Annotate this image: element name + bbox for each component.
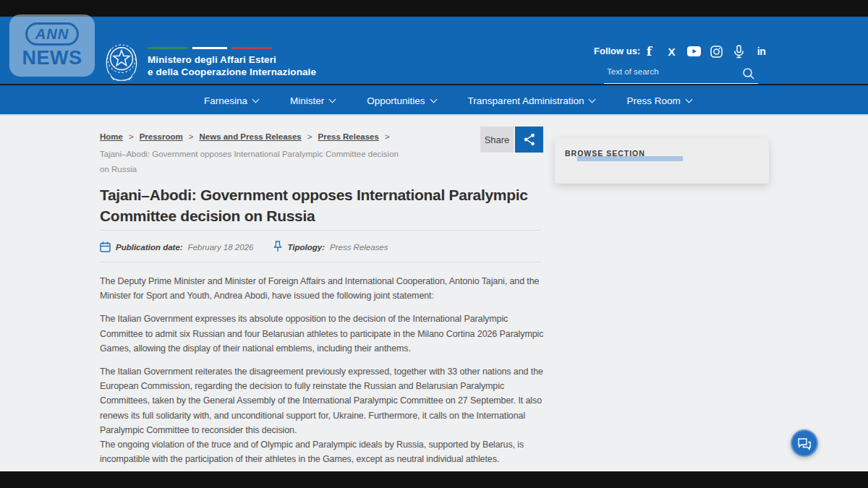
share-button[interactable]: Share [480, 127, 514, 153]
breadcrumb-link-pressroom[interactable]: Pressroom [140, 132, 183, 141]
italian-flag-line [148, 47, 272, 49]
search-box [604, 64, 758, 85]
browse-section-highlight-bar[interactable] [577, 156, 683, 161]
nav-item-label: Minister [290, 95, 324, 106]
calendar-icon [100, 241, 111, 254]
italy-emblem-logo[interactable] [102, 38, 141, 88]
breadcrumb-link-press-releases[interactable]: Press Releases [318, 132, 378, 141]
main-navigation-items: Farnesina Minister Opportunities Transpa… [204, 85, 692, 116]
article-paragraph: The Deputy Prime Minister and Minister o… [100, 274, 550, 303]
publication-date-label: Publication date: [116, 243, 183, 252]
ann-logo-text: ANN [25, 22, 79, 46]
letterbox-bar-top [0, 0, 868, 17]
site-header: Ministero degli Affari Esteri e della Co… [0, 17, 868, 84]
follow-us-label: Follow us: [594, 46, 640, 56]
pushpin-icon [273, 241, 282, 254]
ministry-name-line1: Ministero degli Affari Esteri [148, 53, 316, 66]
nav-item-label: Opportunities [367, 95, 425, 106]
linkedin-icon[interactable]: in [754, 44, 768, 59]
article-meta-row: Publication date: February 18 2026 Tipol… [100, 241, 388, 254]
news-logo-text: NEWS [22, 48, 82, 69]
search-input[interactable] [605, 67, 736, 77]
ann-news-watermark: ANN NEWS [9, 14, 95, 77]
instagram-icon[interactable] [710, 44, 723, 59]
chevron-down-icon [329, 95, 336, 103]
nav-item-transparent-administration[interactable]: Transparent Administration [468, 95, 595, 106]
microphone-icon[interactable] [732, 44, 746, 59]
facebook-icon[interactable]: f [642, 44, 656, 59]
article-paragraph: The Italian Government expresses its abs… [100, 312, 550, 356]
nav-item-minister[interactable]: Minister [290, 95, 335, 106]
breadcrumb-link-news-and-press-releases[interactable]: News and Press Releases [199, 132, 301, 141]
article-title: Tajani–Abodi: Government opposes Interna… [100, 184, 563, 226]
breadcrumb-separator: > [129, 132, 134, 141]
article-paragraph: The Italian Government reiterates the di… [100, 364, 550, 437]
ministry-name-line2: e della Cooperazione Internazionale [148, 66, 316, 78]
divider [100, 230, 541, 231]
breadcrumb-link-home[interactable]: Home [100, 132, 123, 141]
nav-item-label: Transparent Administration [468, 95, 584, 106]
breadcrumb-links: Home > Pressroom > News and Press Releas… [100, 132, 404, 141]
article-paragraph: The ongoing violation of the truce and o… [100, 437, 550, 466]
browse-section-panel: BROWSE SECTION [555, 138, 769, 184]
ministry-name[interactable]: Ministero degli Affari Esteri e della Co… [148, 53, 316, 78]
youtube-icon[interactable] [687, 44, 701, 59]
share-icon-button[interactable] [515, 127, 543, 153]
nav-item-label: Press Room [626, 95, 680, 106]
divider [100, 262, 541, 262]
chevron-down-icon [430, 95, 437, 103]
breadcrumb: Home > Pressroom > News and Press Releas… [100, 132, 404, 176]
publication-date-value: February 18 2026 [188, 243, 254, 252]
tipology-value: Press Releases [330, 243, 388, 252]
article-body: The Deputy Prime Minister and Minister o… [100, 274, 550, 475]
share-nodes-icon [522, 132, 537, 147]
breadcrumb-separator: > [307, 132, 312, 141]
tipology-label: Tipology: [287, 243, 325, 252]
search-icon[interactable] [742, 67, 755, 83]
chat-widget-button[interactable] [791, 429, 818, 457]
breadcrumb-separator: > [385, 132, 390, 141]
chevron-down-icon [252, 95, 260, 103]
chat-bubbles-icon [796, 437, 812, 450]
nav-item-label: Farnesina [204, 95, 247, 106]
nav-item-farnesina[interactable]: Farnesina [204, 95, 258, 106]
chevron-down-icon [589, 95, 596, 103]
x-icon[interactable]: X [665, 44, 678, 59]
nav-item-press-room[interactable]: Press Room [626, 95, 691, 106]
social-icons-row: f X in [642, 43, 768, 59]
breadcrumb-separator: > [189, 132, 194, 141]
breadcrumb-current-page: Tajani–Abodi: Government opposes Interna… [100, 147, 404, 176]
chevron-down-icon [685, 95, 692, 103]
letterbox-bar-bottom [0, 471, 868, 488]
nav-item-opportunities[interactable]: Opportunities [367, 95, 435, 106]
